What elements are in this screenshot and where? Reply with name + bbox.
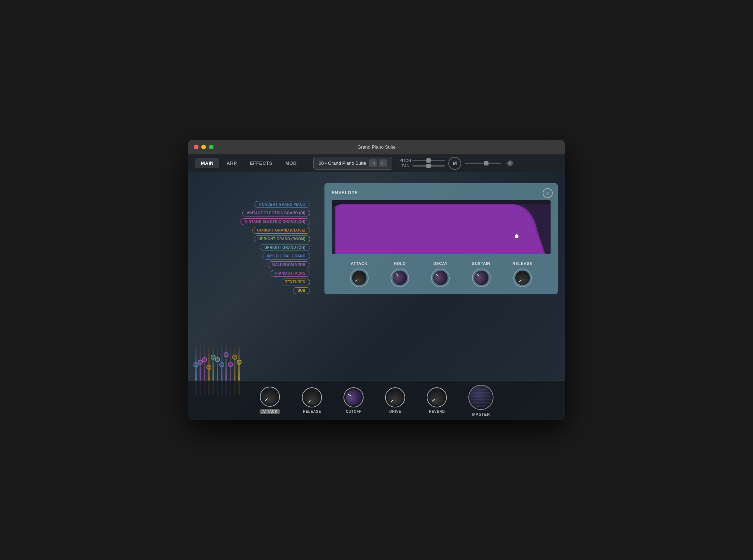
prev-preset-button[interactable]: ◁ xyxy=(369,159,377,167)
preset-arrows: ◁ ▷ xyxy=(369,159,387,167)
fader-thumb[interactable] xyxy=(202,357,207,362)
instrument-label: 80'S DIGITAL GRAND xyxy=(262,253,310,260)
tab-main[interactable]: MAIN xyxy=(195,158,219,168)
settings-button[interactable] xyxy=(504,158,516,169)
env-knob-group-decay: DECAY xyxy=(431,261,450,287)
knob-reverb[interactable] xyxy=(427,387,447,407)
knob-item-drive: DRIVE xyxy=(385,387,405,414)
fader-thumb[interactable] xyxy=(224,352,229,357)
env-knob-group-attack: ATTACK xyxy=(350,261,369,287)
pan-slider[interactable] xyxy=(412,165,445,167)
env-knob-group-hold: HOLD xyxy=(390,261,409,287)
env-knob-group-sustain: SUSTAIN xyxy=(472,261,491,287)
title-bar: Grand Piano Suite xyxy=(188,140,565,154)
pitch-slider-thumb xyxy=(426,158,431,163)
env-knob-label: DECAY xyxy=(433,261,448,266)
fader-thumb[interactable] xyxy=(219,362,224,367)
envelope-panel: ENVELOPE ✕ ATTACK xyxy=(324,183,558,294)
instrument-item-7[interactable]: BALLROOM VERB xyxy=(195,261,310,268)
env-knob-release[interactable] xyxy=(513,269,532,287)
preset-name: 00 - Grand Piano Suite xyxy=(319,160,366,166)
nav-tabs: MAIN ARP EFFECTS MOD xyxy=(195,158,303,168)
instrument-item-10[interactable]: SUB xyxy=(195,287,310,294)
instrument-label: VINTAGE ELECTRIC GRAND (DI) xyxy=(242,210,310,216)
tab-effects[interactable]: EFFECTS xyxy=(244,158,278,168)
window-title: Grand Piano Suite xyxy=(357,144,396,150)
instrument-item-5[interactable]: UPRIGHT GRAND (OH) xyxy=(195,244,310,251)
knob-item-reverb: REVERB xyxy=(427,387,447,414)
mute-button[interactable]: M xyxy=(448,157,461,170)
env-knob-group-release: RELEASE xyxy=(513,261,532,287)
traffic-lights xyxy=(194,145,214,149)
pitch-row: PITCH xyxy=(399,159,445,163)
maximize-button[interactable] xyxy=(209,145,214,149)
knob-item-attack: ATTACK xyxy=(259,387,281,414)
instrument-item-1[interactable]: VINTAGE ELECTRIC GRAND (DI) xyxy=(195,210,310,216)
knob-label-drive: DRIVE xyxy=(389,410,401,414)
envelope-display xyxy=(332,200,551,254)
master-knob-item: MASTER xyxy=(468,385,494,416)
knob-item-cutoff: CUTOFF xyxy=(343,387,364,414)
instrument-label: CONCERT GRAND PIANO xyxy=(254,201,310,208)
main-content: CONCERT GRAND PIANOVINTAGE ELECTRIC GRAN… xyxy=(188,172,565,420)
svg-point-2 xyxy=(515,234,519,238)
instrument-label: UPRIGHT GRAND (OH) xyxy=(260,244,310,251)
env-knob-attack[interactable] xyxy=(350,269,369,287)
instrument-item-2[interactable]: VINTAGE ELECTRIC GRAND (OH) xyxy=(195,218,310,225)
app-window: Grand Piano Suite MAIN ARP EFFECTS MOD 0… xyxy=(188,140,565,420)
fader-thumb[interactable] xyxy=(215,357,220,362)
instrument-list: CONCERT GRAND PIANOVINTAGE ELECTRIC GRAN… xyxy=(195,201,310,296)
knob-label-release: RELEASE xyxy=(303,410,321,414)
envelope-title: ENVELOPE xyxy=(332,190,551,195)
volume-thumb xyxy=(484,161,488,165)
env-knob-label: RELEASE xyxy=(513,261,532,266)
instrument-item-6[interactable]: 80'S DIGITAL GRAND xyxy=(195,253,310,260)
instrument-item-4[interactable]: UPRIGHT GRAND (ROOM) xyxy=(195,235,310,242)
preset-selector[interactable]: 00 - Grand Piano Suite ◁ ▷ xyxy=(313,157,392,170)
minimize-button[interactable] xyxy=(201,145,206,149)
fader-thumb[interactable] xyxy=(206,365,211,370)
pitch-slider[interactable] xyxy=(412,160,445,161)
env-knob-hold[interactable] xyxy=(390,269,409,287)
knob-item-release: RELEASE xyxy=(302,387,322,414)
env-knob-decay[interactable] xyxy=(431,269,450,287)
volume-slider[interactable] xyxy=(465,163,501,164)
knob-label-cutoff: CUTOFF xyxy=(346,410,361,414)
fader-thumb[interactable] xyxy=(232,355,237,360)
knob-label-attack: ATTACK xyxy=(259,409,281,414)
next-preset-button[interactable]: ▷ xyxy=(379,159,387,167)
env-knob-sustain[interactable] xyxy=(472,269,491,287)
master-label: MASTER xyxy=(472,412,490,416)
instrument-label: BALLROOM VERB xyxy=(268,261,310,268)
knob-drive[interactable] xyxy=(385,387,405,407)
instrument-label: TEXTURED xyxy=(281,279,310,285)
tab-arp[interactable]: ARP xyxy=(221,158,243,168)
env-knob-label: HOLD xyxy=(394,261,406,266)
tab-mod[interactable]: MOD xyxy=(280,158,303,168)
master-knob[interactable] xyxy=(468,385,494,410)
envelope-close-button[interactable]: ✕ xyxy=(543,188,553,198)
instrument-item-0[interactable]: CONCERT GRAND PIANO xyxy=(195,201,310,208)
instrument-item-3[interactable]: UPRIGHT GRAND (CLOSE) xyxy=(195,227,310,234)
instrument-label: VINTAGE ELECTRIC GRAND (OH) xyxy=(240,218,310,225)
env-knob-label: ATTACK xyxy=(351,261,368,266)
env-knob-label: SUSTAIN xyxy=(472,261,490,266)
nav-bar: MAIN ARP EFFECTS MOD 00 - Grand Piano Su… xyxy=(188,154,565,172)
pan-slider-thumb xyxy=(426,164,431,168)
instrument-item-8[interactable]: PIANO ATTACKS xyxy=(195,270,310,277)
instrument-label: SUB xyxy=(293,287,310,294)
instrument-label: UPRIGHT GRAND (CLOSE) xyxy=(252,227,310,234)
envelope-knobs: ATTACK HOLD DECAY SUSTAIN xyxy=(332,261,551,287)
close-button[interactable] xyxy=(194,145,198,149)
pan-row: PAN xyxy=(399,164,445,168)
instrument-label: PIANO ATTACKS xyxy=(271,270,310,277)
bottom-bar: ATTACK RELEASE CUTOFF DRIVE xyxy=(188,381,565,420)
fader-thumb[interactable] xyxy=(237,360,242,365)
knob-attack[interactable] xyxy=(260,387,280,407)
pitch-pan-area: PITCH PAN xyxy=(399,159,445,168)
fader-thumb[interactable] xyxy=(228,362,233,367)
instrument-label: UPRIGHT GRAND (ROOM) xyxy=(254,235,310,242)
instrument-item-9[interactable]: TEXTURED xyxy=(195,279,310,285)
knob-release[interactable] xyxy=(302,387,322,407)
knob-cutoff[interactable] xyxy=(343,387,364,407)
